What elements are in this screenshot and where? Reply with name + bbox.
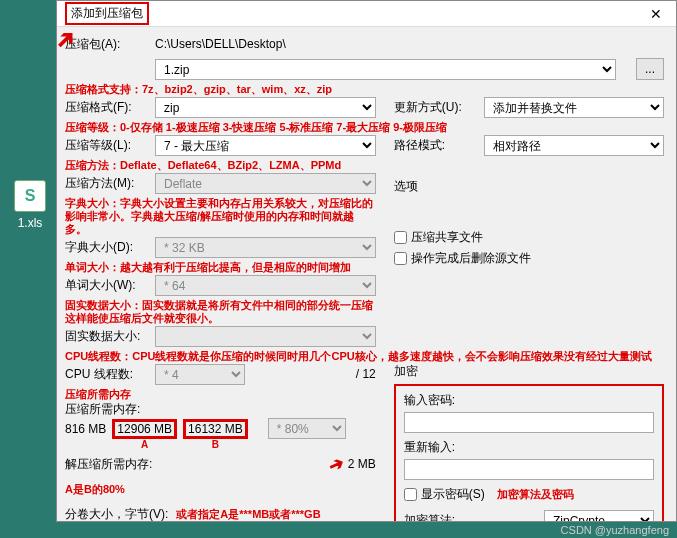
- archive-label: 压缩包(A):: [65, 36, 151, 53]
- method-label: 压缩方法(M):: [65, 175, 151, 192]
- encryption-caption: 加密算法及密码: [497, 488, 574, 501]
- format-label: 压缩格式(F):: [65, 99, 151, 116]
- split-label: 分卷大小，字节(V):: [65, 506, 168, 522]
- pathmode-label: 路径模式:: [394, 137, 480, 154]
- password-input[interactable]: [404, 412, 654, 433]
- mem-decompress-label: 解压缩所需内存:: [65, 456, 325, 473]
- watermark: CSDN @yuzhangfeng: [561, 524, 669, 536]
- mem-b: 16132 MB: [188, 422, 243, 436]
- anno-word: 单词大小：越大越有利于压缩比提高，但是相应的时间增加: [65, 261, 376, 274]
- mem-decompress-value: 2 MB: [348, 457, 376, 471]
- anno-dict: 字典大小：字典大小设置主要和内存占用关系较大，对压缩比的影响非常小。字典越大压缩…: [65, 197, 376, 236]
- level-label: 压缩等级(L):: [65, 137, 151, 154]
- anno-method: 压缩方法：Deflate、Deflate64、BZip2、LZMA、PPMd: [65, 159, 664, 172]
- dict-select[interactable]: * 32 KB: [155, 237, 376, 258]
- encryption-group: 输入密码: 重新输入: 显示密码(S) 加密算法及密码 加密算法: ZipCry…: [394, 384, 664, 521]
- anno-format: 压缩格式支持：7z、bzip2、gzip、tar、wim、xz、zip: [65, 83, 664, 96]
- anno-cpu: CPU线程数：CPU线程数就是你压缩的时候同时用几个CPU核心，越多速度越快，会…: [65, 350, 664, 363]
- method-select[interactable]: Deflate: [155, 173, 376, 194]
- desktop-file[interactable]: S 1.xls: [10, 180, 50, 230]
- word-label: 单词大小(W):: [65, 277, 151, 294]
- anno-level: 压缩等级：0-仅存储 1-极速压缩 3-快速压缩 5-标准压缩 7-最大压缩 9…: [65, 121, 664, 134]
- algo-label: 加密算法:: [404, 512, 540, 522]
- titlebar: 添加到压缩包 ✕: [57, 1, 676, 27]
- anno-ab: A是B的80%: [65, 483, 185, 496]
- cpu-max: / 12: [249, 367, 376, 381]
- arrow-icon: ➔: [325, 451, 348, 477]
- mem-pct-select[interactable]: * 80%: [268, 418, 346, 439]
- close-button[interactable]: ✕: [644, 6, 668, 22]
- browse-button[interactable]: ...: [636, 58, 664, 80]
- mem-compress-label: 压缩所需内存:: [65, 401, 376, 418]
- password2-label: 重新输入:: [404, 439, 654, 456]
- word-select[interactable]: * 64: [155, 275, 376, 296]
- level-select[interactable]: 7 - 最大压缩: [155, 135, 376, 156]
- cpu-label: CPU 线程数:: [65, 366, 151, 383]
- dict-label: 字典大小(D):: [65, 239, 151, 256]
- password-label: 输入密码:: [404, 392, 654, 409]
- solid-select[interactable]: [155, 326, 376, 347]
- show-password-checkbox[interactable]: 显示密码(S): [404, 486, 485, 503]
- anno-solid: 固实数据大小：固实数据就是将所有文件中相同的部分统一压缩 这样能使压缩后文件就变…: [65, 299, 376, 325]
- archive-name-select[interactable]: 1.zip: [155, 59, 616, 80]
- algo-select[interactable]: ZipCrypto: [544, 510, 654, 522]
- format-select[interactable]: zip: [155, 97, 376, 118]
- mem-total: 816 MB: [65, 422, 106, 436]
- pathmode-select[interactable]: 相对路径: [484, 135, 664, 156]
- solid-label: 固实数据大小:: [65, 328, 151, 345]
- mem-b-tag: B: [186, 439, 245, 450]
- archive-path-prefix: C:\Users\DELL\Desktop\: [155, 37, 286, 51]
- xls-icon: S: [14, 180, 46, 212]
- anno-split: 或者指定A是***MB或者***GB: [176, 508, 320, 521]
- password2-input[interactable]: [404, 459, 654, 480]
- update-select[interactable]: 添加并替换文件: [484, 97, 664, 118]
- desktop-file-name: 1.xls: [10, 216, 50, 230]
- archive-dialog: 添加到压缩包 ✕ ➔ 压缩包(A): C:\Users\DELL\Desktop…: [56, 0, 677, 522]
- share-checkbox[interactable]: 压缩共享文件: [394, 229, 664, 246]
- delete-checkbox[interactable]: 操作完成后删除源文件: [394, 250, 664, 267]
- encryption-title: 加密: [394, 363, 664, 380]
- update-label: 更新方式(U):: [394, 99, 480, 116]
- mem-a-tag: A: [115, 439, 174, 450]
- dialog-title: 添加到压缩包: [65, 2, 149, 25]
- options-title: 选项: [394, 178, 664, 195]
- mem-a: 12906 MB: [117, 422, 172, 436]
- cpu-select[interactable]: * 4: [155, 364, 245, 385]
- anno-mem: 压缩所需内存: [65, 388, 376, 401]
